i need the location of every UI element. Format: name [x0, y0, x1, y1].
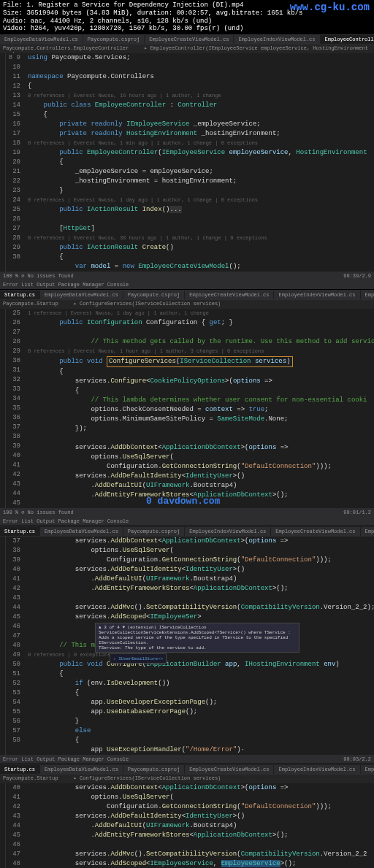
tab[interactable]: EmployeeDataViewModel.cs [40, 527, 123, 536]
watermark-davdown: 0 davdown.com [146, 496, 220, 507]
tooltip-signature: ▲ 3 of 4 ▼ (extension) IServiceCollectio… [99, 625, 296, 635]
video-line: Video: h264, yuv420p, 1280x720, 1507 kb/… [3, 25, 371, 33]
tab-bar-1: EmployeeDataViewModel.cs Paycompute.cspr… [0, 34, 374, 45]
output-bar-1: Error List Output Package Manager Consol… [0, 280, 374, 289]
output-tabs[interactable]: Error List Output Package Manager Consol… [3, 756, 129, 762]
tab-active[interactable]: EmployeeController.cs [321, 35, 375, 44]
breadcrumb: Paycompute.Controllers.EmployeeControlle… [0, 45, 374, 53]
tab[interactable]: EmployeeCreateViewModel.cs [185, 765, 274, 774]
tab[interactable]: EmployeeIndexViewModel.cs [185, 527, 271, 536]
tooltip-param: TService: The type of the service to add… [99, 645, 296, 650]
tab[interactable]: EmployeeCreateViewModel.cs [271, 527, 360, 536]
margin [0, 783, 6, 868]
output-bar-2: Error List Output Package Manager Consol… [0, 517, 374, 526]
breadcrumb-left[interactable]: Paycompute.Controllers.EmployeeControlle… [3, 45, 129, 51]
status-issues[interactable]: 100 % ⊘ No issues found [3, 510, 74, 515]
audio-line: Audio: aac, 44100 Hz, 2 channels, s16, 1… [3, 18, 371, 26]
status-issues[interactable]: 100 % ⊘ No issues found [3, 273, 74, 279]
tab[interactable]: Paycompute.csproj [123, 527, 185, 536]
status-bar-2: 100 % ⊘ No issues found 99:91/1.2 [0, 508, 374, 517]
tab[interactable]: EmployeeController.cs [361, 527, 374, 536]
margin [0, 309, 6, 508]
pane-2: Startup.cs EmployeeDataViewModel.cs Payc… [0, 290, 374, 526]
tab[interactable]: EmployeeIndexViewModel.cs [234, 35, 320, 44]
tab[interactable]: EmployeeCont... [361, 291, 374, 299]
tab[interactable]: EmployeeIndexViewModel.cs [274, 765, 360, 774]
code-editor-3[interactable]: 37 38 39 40 41 42 43 44 45 46 47 48 49 5… [0, 537, 374, 755]
line-gutter: 37 38 39 40 41 42 43 44 45 46 47 48 49 5… [6, 537, 25, 755]
tab-active[interactable]: Startup.cs [0, 291, 40, 299]
code-editor-4[interactable]: 40 41 42 43 44 45 46 47 48 49 50 51 52 5… [0, 783, 374, 868]
status-time: 99:91/1.2 [343, 510, 371, 515]
output-tabs[interactable]: Error List Output Package Manager Consol… [3, 282, 129, 288]
status-bar-3: Error List Output Package Manager Consol… [0, 755, 374, 764]
tab[interactable]: Paycompute.csproj [123, 765, 185, 774]
status-bar-1: 100 % ⊘ No issues found 99:39/2.9 [0, 272, 374, 280]
tab[interactable]: EmployeeIndexViewModel.cs [274, 291, 360, 299]
tab[interactable]: EmployeeDataViewModel.cs [40, 291, 123, 299]
signature-help-tooltip: ▲ 3 of 4 ▼ (extension) IServiceCollectio… [95, 623, 299, 653]
header-url: www.cg-ku.com [290, 1, 370, 14]
line-gutter: 40 41 42 43 44 45 46 47 48 49 50 51 52 5… [6, 783, 25, 868]
codelens[interactable]: 0 references | Everest Nwosu, 1 day ago … [28, 197, 258, 203]
codelens[interactable]: 0 references | 0 exceptions [28, 652, 110, 658]
pane-1: EmployeeDataViewModel.cs Paycompute.cspr… [0, 34, 374, 290]
intellisense-item[interactable]: ☆ IUserEmailStore<> [113, 656, 163, 661]
output-tabs[interactable]: Error List Output Package Manager Consol… [3, 518, 129, 524]
highlighted-method: ConfigureServices(IServiceCollection ser… [107, 356, 292, 367]
codelens[interactable]: 0 references | Everest Nwosu, 1 min ago … [28, 140, 258, 146]
breadcrumb-right[interactable]: ConfigureServices(IServiceCollection ser… [80, 301, 221, 307]
pane-4: Startup.cs EmployeeDataViewModel.cs Payc… [0, 764, 374, 868]
codelens[interactable]: 0 references | Everest Nwosu, 16 hours a… [28, 93, 221, 99]
codelens[interactable]: 1 reference | Everest Nwosu, 1 day ago |… [28, 310, 209, 316]
tab-bar-3: Startup.cs EmployeeDataViewModel.cs Payc… [0, 526, 374, 537]
breadcrumb-left[interactable]: Paycompute.Startup [3, 301, 58, 307]
tab[interactable]: EmployeeCreateViewModel.cs [185, 291, 274, 299]
comment: // This method gets called by the runtim… [59, 338, 374, 345]
margin [0, 53, 6, 272]
tab[interactable]: EmployeeCreateViewModel.cs [145, 35, 234, 44]
tooltip-desc: Adds a scoped service of the type specif… [99, 635, 296, 645]
tab[interactable]: Paycompute.csproj [83, 35, 145, 44]
breadcrumb-left[interactable]: Paycompute.Startup [3, 775, 58, 781]
video-info-header: File: 1. Register a Service for Dependen… [0, 0, 374, 34]
codelens[interactable]: 0 references | Everest Nwosu, 38 hours a… [28, 235, 267, 241]
code-area[interactable]: services.AddDbContext<ApplicationDbConte… [25, 783, 374, 868]
tab-bar-2: Startup.cs EmployeeDataViewModel.cs Payc… [0, 290, 374, 300]
code-area[interactable]: using Paycompute.Services; namespace Pay… [25, 53, 374, 272]
tab[interactable]: EmployeeDataViewModel.cs [40, 765, 123, 774]
tab-active[interactable]: Startup.cs [0, 527, 40, 536]
breadcrumb-right[interactable]: ConfigureServices(IServiceCollection ser… [80, 775, 221, 781]
intellisense-popup[interactable]: ☆ IUserEmailStore<> [110, 653, 167, 664]
code-area[interactable]: 1 reference | Everest Nwosu, 1 day ago |… [25, 309, 374, 508]
tab[interactable]: Paycompute.csproj [123, 291, 185, 299]
tab[interactable]: EmployeeDataViewModel.cs [0, 35, 83, 44]
margin [0, 537, 6, 755]
breadcrumb-2: Paycompute.Startup ▸ ConfigureServices(I… [0, 300, 374, 309]
tab[interactable]: EmployeeController.cs [361, 765, 374, 774]
code-editor-2[interactable]: 25 26 27 28 29 30 31 32 33 34 35 36 37 3… [0, 309, 374, 508]
status-time: 99:93/2.2 [343, 756, 371, 762]
line-gutter: 25 26 27 28 29 30 31 32 33 34 35 36 37 3… [6, 309, 25, 508]
selected-text: EmployeeService [221, 860, 280, 867]
tab-bar-4: Startup.cs EmployeeDataViewModel.cs Payc… [0, 764, 374, 775]
codelens[interactable]: 0 references | Everest Nwosu, 1 hour ago… [28, 348, 264, 354]
code-editor-1[interactable]: 8 9 10 11 12 13 14 15 16 17 18 19 20 21 … [0, 53, 374, 272]
pane-3: Startup.cs EmployeeDataViewModel.cs Payc… [0, 526, 374, 764]
breadcrumb-4: Paycompute.Startup ▸ ConfigureServices(I… [0, 775, 374, 783]
line-gutter: 8 9 10 11 12 13 14 15 16 17 18 19 20 21 … [6, 53, 25, 272]
tab-active[interactable]: Startup.cs [0, 765, 40, 774]
status-time: 99:39/2.9 [343, 273, 371, 279]
